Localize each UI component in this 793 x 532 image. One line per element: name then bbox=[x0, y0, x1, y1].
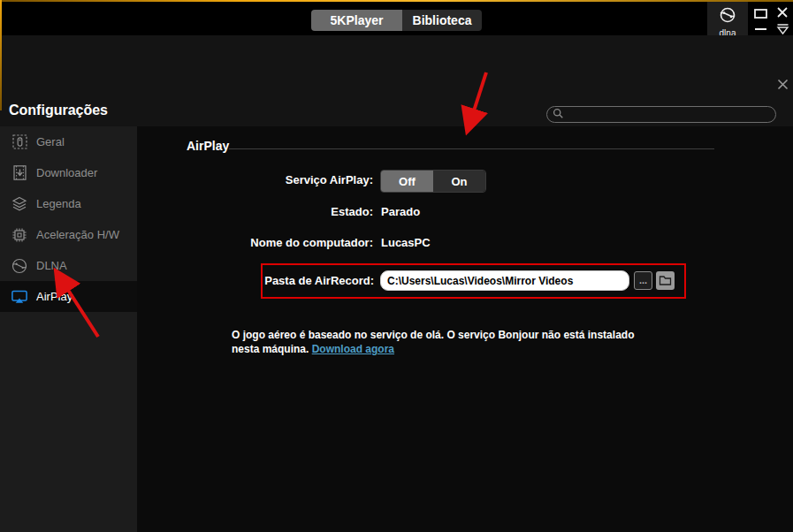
sidebar-item-label: Downloader bbox=[36, 166, 97, 179]
close-button[interactable] bbox=[773, 4, 792, 20]
dlna-icon bbox=[11, 257, 28, 275]
maximize-icon bbox=[754, 9, 767, 19]
close-icon bbox=[776, 6, 789, 19]
service-label: Serviço AirPlay: bbox=[170, 173, 373, 186]
settings-close-button[interactable] bbox=[774, 75, 791, 93]
airplay-settings-content: AirPlay Serviço AirPlay: Off On Estado: … bbox=[137, 126, 793, 532]
hardware-acceleration-icon bbox=[11, 226, 28, 244]
tab-biblioteca[interactable]: Biblioteca bbox=[402, 10, 482, 31]
computer-name-label: Nome do computador: bbox=[170, 236, 373, 249]
settings-sidebar: Geral Downloader bbox=[0, 126, 137, 532]
app-window: 5KPlayer Biblioteca dlna bbox=[0, 0, 793, 532]
airrecord-folder-input[interactable] bbox=[380, 270, 629, 291]
sidebar-item-label: Geral bbox=[36, 135, 65, 148]
section-divider bbox=[229, 148, 714, 149]
sidebar-item-label: Legenda bbox=[36, 197, 81, 210]
general-icon bbox=[11, 133, 28, 151]
settings-title: Configurações bbox=[9, 103, 108, 118]
state-value: Parado bbox=[381, 205, 420, 218]
sidebar-item-geral[interactable]: Geral bbox=[0, 126, 137, 157]
sidebar-item-label: Aceleração H/W bbox=[36, 228, 119, 241]
note-line2: nesta máquina. bbox=[232, 343, 312, 355]
airrecord-folder-label: Pasta de AirRecord: bbox=[171, 274, 374, 287]
hide-to-tray-icon bbox=[776, 23, 789, 35]
search-icon bbox=[553, 107, 564, 123]
settings-search-input[interactable] bbox=[564, 110, 759, 120]
airplay-service-toggle: Off On bbox=[380, 170, 486, 193]
dlna-logo-icon bbox=[718, 6, 737, 27]
browse-button[interactable]: ... bbox=[634, 271, 652, 290]
maximize-button[interactable] bbox=[751, 6, 770, 20]
sidebar-item-dlna[interactable]: DLNA bbox=[0, 250, 137, 281]
settings-close-icon bbox=[777, 79, 789, 90]
window-left-accent bbox=[0, 0, 2, 110]
folder-icon bbox=[659, 275, 672, 286]
minimize-icon bbox=[754, 27, 767, 31]
bonjour-note: O jogo aéreo é baseado no serviço de olá… bbox=[232, 328, 691, 356]
sidebar-item-legenda[interactable]: Legenda bbox=[0, 188, 137, 219]
section-title: AirPlay bbox=[187, 139, 229, 153]
sidebar-item-label: DLNA bbox=[36, 259, 67, 272]
sidebar-item-aceleracao[interactable]: Aceleração H/W bbox=[0, 219, 137, 250]
minimize-button[interactable] bbox=[751, 23, 770, 35]
sidebar-item-label: AirPlay bbox=[36, 290, 72, 303]
service-off-button[interactable]: Off bbox=[381, 171, 433, 192]
airplay-icon bbox=[11, 288, 28, 306]
note-line1: O jogo aéreo é baseado no serviço de olá… bbox=[232, 329, 634, 341]
open-folder-button[interactable] bbox=[656, 271, 675, 290]
settings-panel: Configurações Geral bbox=[0, 35, 793, 532]
downloader-icon bbox=[11, 164, 28, 182]
titlebar: 5KPlayer Biblioteca dlna bbox=[0, 2, 793, 35]
download-now-link[interactable]: Download agora bbox=[312, 343, 394, 355]
main-tabs: 5KPlayer Biblioteca bbox=[311, 10, 482, 31]
state-label: Estado: bbox=[170, 205, 373, 218]
tab-5kplayer[interactable]: 5KPlayer bbox=[311, 10, 402, 31]
service-on-button[interactable]: On bbox=[433, 171, 485, 192]
subtitles-icon bbox=[11, 195, 28, 213]
settings-searchbox[interactable] bbox=[546, 106, 776, 123]
sidebar-item-downloader[interactable]: Downloader bbox=[0, 157, 137, 188]
sidebar-item-airplay[interactable]: AirPlay bbox=[0, 281, 137, 312]
computer-name-value: LucasPC bbox=[381, 236, 431, 249]
